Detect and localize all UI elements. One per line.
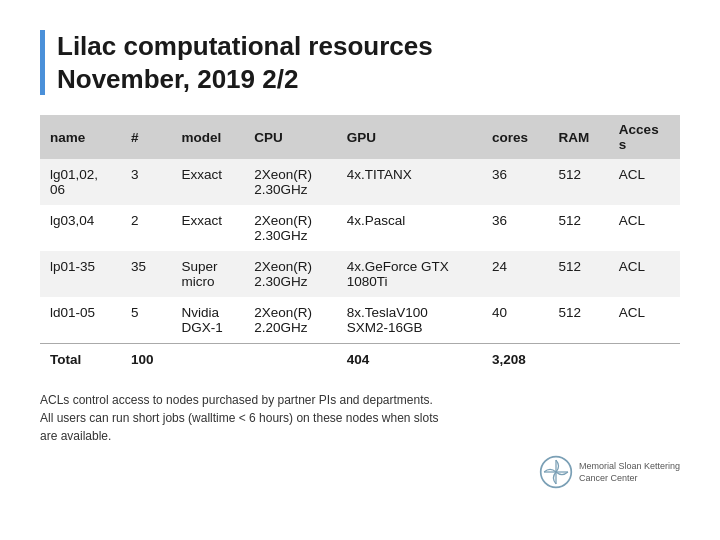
msk-logo-text: Memorial Sloan Kettering Cancer Center [579,460,680,484]
col-header-access: Access [609,115,680,159]
col-header-cpu: CPU [244,115,336,159]
table-row: lg03,04 2 Exxact 2Xeon(R)2.30GHz 4x.Pasc… [40,205,680,251]
table-row: ld01-05 5 NvidiaDGX-1 2Xeon(R)2.20GHz 8x… [40,297,680,344]
footer-text: ACLs control access to nodes purchased b… [40,391,680,445]
table-row: lp01-35 35 Supermicro 2Xeon(R)2.30GHz 4x… [40,251,680,297]
col-header-cores: cores [482,115,549,159]
resources-table: name # model CPU GPU cores RAM Access lg… [40,115,680,375]
total-row: Total 100 404 3,208 [40,344,680,376]
msk-logo-icon [539,455,573,489]
page-title: Lilac computational resources November, … [40,30,680,95]
col-header-gpu: GPU [337,115,482,159]
col-header-num: # [121,115,172,159]
col-header-model: model [171,115,244,159]
col-header-ram: RAM [549,115,609,159]
footer-bottom: Memorial Sloan Kettering Cancer Center [40,455,680,489]
msk-logo: Memorial Sloan Kettering Cancer Center [539,455,680,489]
col-header-name: name [40,115,121,159]
table-row: lg01,02,06 3 Exxact 2Xeon(R)2.30GHz 4x.T… [40,159,680,205]
